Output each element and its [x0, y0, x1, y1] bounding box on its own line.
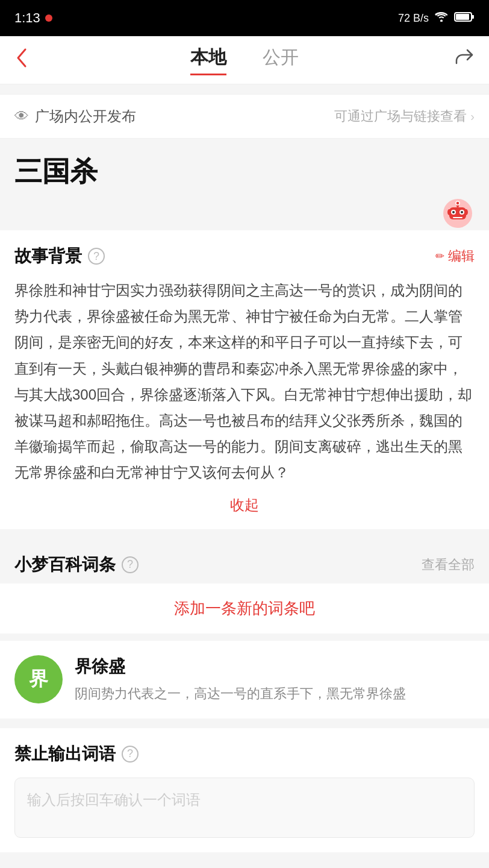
nav-tabs: 本地 公开 — [190, 45, 299, 75]
network-speed: 72 B/s — [398, 12, 429, 25]
status-time: 1:13 — [14, 10, 40, 26]
edit-label: 编辑 — [448, 247, 475, 265]
banned-words-section: 禁止输出词语 ? 输入后按回车确认一个词语 — [0, 728, 489, 852]
wifi-icon — [435, 12, 448, 25]
battery-icon — [454, 11, 475, 25]
svg-rect-2 — [472, 15, 474, 19]
share-button[interactable] — [454, 48, 475, 72]
banned-placeholder: 输入后按回车确认一个词语 — [27, 791, 201, 808]
character-description: 阴间势力代表之一，高达一号的直系手下，黑无常界徐盛 — [75, 683, 406, 704]
eye-icon: 👁 — [14, 108, 29, 125]
main-content: 👁 广场内公开发布 可通过广场与链接查看 › 三国杀 — [0, 94, 489, 868]
add-entry-card[interactable]: 添加一条新的词条吧 — [0, 583, 489, 634]
add-entry-text[interactable]: 添加一条新的词条吧 — [174, 599, 315, 617]
status-bar: 1:13 72 B/s — [0, 0, 489, 36]
robot-icon-area — [0, 197, 489, 230]
story-help-icon[interactable]: ? — [88, 248, 105, 265]
story-title-row: 故事背景 ? — [14, 245, 105, 268]
tab-local[interactable]: 本地 — [190, 45, 226, 75]
public-notice-label: 广场内公开发布 — [35, 107, 136, 126]
svg-point-8 — [461, 211, 463, 213]
svg-point-11 — [456, 201, 459, 205]
svg-point-12 — [447, 209, 451, 215]
story-title: 故事背景 — [14, 245, 82, 268]
character-avatar: 界 — [14, 655, 63, 703]
nav-bar: 本地 公开 — [0, 36, 489, 84]
svg-point-13 — [464, 209, 468, 215]
story-background-card: 故事背景 ? ✏ 编辑 界徐胜和神甘宁因实力强劲获得阴间之主高达一号的赏识，成为… — [0, 230, 489, 529]
bottom-space — [0, 862, 489, 868]
public-notice-right: 可通过广场与链接查看 › — [334, 107, 475, 125]
bot-title-area: 三国杀 — [0, 139, 489, 197]
view-all-button[interactable]: 查看全部 — [422, 556, 475, 574]
svg-rect-9 — [453, 217, 463, 218]
encyclopedia-help-icon[interactable]: ? — [122, 556, 139, 573]
bot-title: 三国杀 — [14, 153, 475, 190]
public-notice-left: 👁 广场内公开发布 — [14, 107, 136, 126]
character-name: 界徐盛 — [75, 655, 406, 678]
pencil-icon: ✏ — [435, 250, 444, 263]
public-notice-right-text: 可通过广场与链接查看 — [334, 107, 467, 125]
story-text: 界徐胜和神甘宁因实力强劲获得阴间之主高达一号的赏识，成为阴间的势力代表，界徐盛被… — [14, 277, 475, 486]
character-info: 界徐盛 阴间势力代表之一，高达一号的直系手下，黑无常界徐盛 — [75, 655, 406, 704]
status-right: 72 B/s — [398, 11, 475, 25]
banned-header: 禁止输出词语 ? — [14, 743, 475, 766]
collapse-button[interactable]: 收起 — [14, 495, 475, 515]
section-title-row: 小梦百科词条 ? — [14, 553, 139, 576]
edit-button[interactable]: ✏ 编辑 — [435, 247, 475, 265]
banned-title: 禁止输出词语 — [14, 743, 116, 766]
svg-rect-1 — [456, 14, 469, 20]
character-avatar-char: 界 — [29, 666, 48, 693]
status-red-dot — [45, 14, 52, 22]
character-card[interactable]: 界 界徐盛 阴间势力代表之一，高达一号的直系手下，黑无常界徐盛 — [0, 641, 489, 719]
tab-public[interactable]: 公开 — [263, 45, 299, 75]
encyclopedia-header: 小梦百科词条 ? 查看全部 — [0, 539, 489, 576]
status-left: 1:13 — [14, 10, 52, 26]
encyclopedia-title: 小梦百科词条 — [14, 553, 116, 576]
chevron-right-icon: › — [470, 110, 475, 124]
story-header: 故事背景 ? ✏ 编辑 — [14, 245, 475, 268]
robot-icon — [441, 197, 475, 230]
banned-input-area[interactable]: 输入后按回车确认一个词语 — [14, 778, 475, 838]
public-notice-bar[interactable]: 👁 广场内公开发布 可通过广场与链接查看 › — [0, 94, 489, 139]
back-button[interactable] — [14, 47, 29, 73]
svg-point-7 — [452, 211, 455, 213]
banned-help-icon[interactable]: ? — [122, 746, 139, 763]
